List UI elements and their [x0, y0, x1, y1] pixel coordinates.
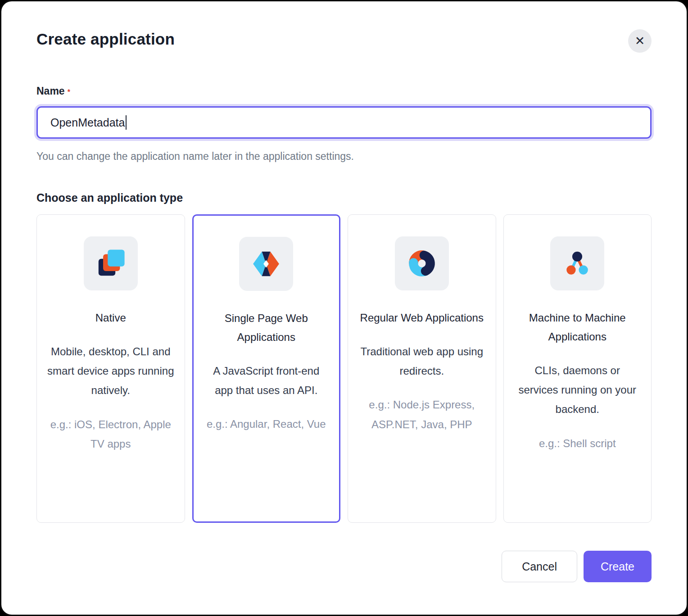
card-example: e.g.: Node.js Express, ASP.NET, Java, PH…	[358, 395, 486, 434]
name-input-value: OpenMetadata	[50, 116, 125, 129]
spa-icon-tile	[239, 237, 293, 291]
card-example: e.g.: iOS, Electron, Apple TV apps	[47, 415, 175, 453]
card-title: Regular Web Applications	[358, 308, 486, 327]
application-type-heading: Choose an application type	[36, 191, 652, 204]
name-helper-text: You can change the application name late…	[36, 150, 652, 163]
application-type-cards: Native Mobile, desktop, CLI and smart de…	[36, 214, 652, 523]
card-native[interactable]: Native Mobile, desktop, CLI and smart de…	[36, 214, 185, 523]
card-regular-web[interactable]: Regular Web Applications Traditional web…	[348, 214, 496, 523]
card-description: Traditional web app using redirects.	[358, 342, 486, 380]
dialog-header: Create application ✕	[36, 28, 652, 53]
card-title: Single Page Web Applications	[203, 309, 330, 347]
create-application-dialog: Create application ✕ Name* OpenMetadata …	[0, 0, 688, 616]
machine-to-machine-network-icon	[562, 248, 593, 279]
card-machine-to-machine[interactable]: Machine to Machine Applications CLIs, da…	[503, 214, 652, 523]
spa-diamond-icon	[251, 249, 281, 279]
text-caret	[126, 115, 127, 130]
card-example: e.g.: Shell script	[514, 434, 642, 453]
card-example: e.g.: Angular, React, Vue	[203, 414, 330, 434]
close-icon: ✕	[635, 35, 645, 47]
m2m-icon-tile	[550, 236, 604, 290]
dialog-footer: Cancel Create	[36, 551, 652, 582]
card-single-page-web[interactable]: Single Page Web Applications A JavaScrip…	[192, 214, 341, 523]
create-button[interactable]: Create	[584, 551, 652, 582]
card-description: CLIs, daemons or services running on you…	[514, 361, 642, 419]
card-description: Mobile, desktop, CLI and smart device ap…	[47, 342, 175, 400]
required-asterisk: *	[68, 88, 70, 96]
cancel-button[interactable]: Cancel	[502, 551, 577, 582]
name-input[interactable]: OpenMetadata	[36, 106, 652, 139]
regular-web-swirl-icon	[407, 248, 437, 279]
card-title: Native	[47, 308, 175, 327]
name-field-section: Name* OpenMetadata You can change the ap…	[36, 85, 652, 163]
regular-web-icon-tile	[395, 236, 449, 290]
name-label: Name*	[36, 85, 652, 97]
dialog-title: Create application	[36, 30, 175, 48]
native-icon-tile	[84, 236, 138, 290]
native-stacked-squares-icon	[95, 248, 126, 279]
close-button[interactable]: ✕	[628, 29, 652, 53]
card-title: Machine to Machine Applications	[514, 308, 642, 346]
card-description: A JavaScript front-end app that uses an …	[203, 361, 330, 400]
